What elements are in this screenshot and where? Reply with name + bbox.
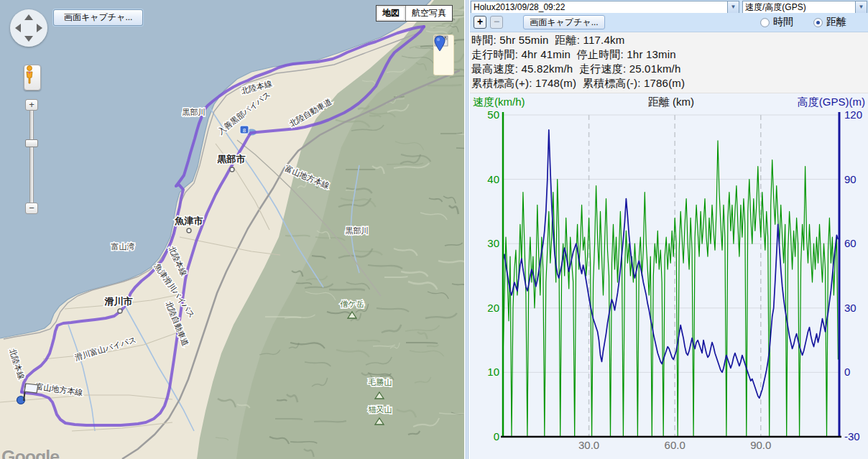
stat-total-time-distance: 時間: 5hr 55min 距離: 117.4km	[471, 33, 868, 47]
map-zoom-out-button[interactable]: −	[25, 203, 38, 214]
track-select[interactable]: Holux2013/09/28_09:22 ▼	[471, 1, 739, 14]
speed-axis-title: 速度(km/h)	[473, 96, 525, 108]
x-axis-distance-radio[interactable]: 距離	[813, 16, 846, 29]
gps-track-viewer-window: 8黒部川北陸本線入善黒部バイパス北陸自動車道黒部市富山地方本線黒部川富山湾魚津市…	[0, 0, 868, 459]
pan-down-icon[interactable]	[24, 36, 33, 42]
graph-mode-select-value: 速度/高度(GPS)	[743, 1, 855, 13]
map-pin-icon[interactable]	[434, 35, 445, 52]
terrain-ridge	[285, 236, 310, 236]
terrain-ridge	[275, 419, 303, 419]
stat-cumulative-elevation: 累積標高(+): 1748(m) 累積標高(-): 1786(m)	[471, 76, 868, 91]
track-start-flag-icon	[24, 384, 38, 393]
dropdown-arrow-icon[interactable]: ▼	[855, 1, 867, 13]
map-pan-control[interactable]	[10, 9, 47, 47]
map-label-water: 黒部川	[346, 226, 369, 235]
terrain-ridge	[265, 317, 301, 317]
city-dot	[230, 167, 234, 172]
map-label-city: 魚津市	[175, 215, 203, 226]
altitude-axis-tick-label: 60	[844, 237, 857, 249]
altitude-axis-tick-label: -30	[844, 430, 860, 442]
x-axis-title: 距離 (km)	[648, 96, 694, 108]
radio-icon	[760, 18, 770, 27]
x-axis-tick-label: 90.0	[750, 439, 771, 451]
speed-axis-tick-label: 40	[487, 173, 499, 185]
graph-toolbar: + − 画面キャプチャ... 時間 距離	[470, 13, 868, 32]
map-label-water: 富山湾	[111, 242, 135, 251]
stat-moving-stopped-time: 走行時間: 4hr 41min 停止時間: 1hr 13min	[471, 47, 868, 62]
pan-left-icon[interactable]	[15, 24, 21, 32]
city-dot	[118, 309, 122, 313]
altitude-axis-tick-label: 30	[844, 302, 857, 314]
track-select-value: Holux2013/09/28_09:22	[471, 1, 727, 13]
map-zoom-in-button[interactable]: +	[25, 99, 38, 111]
graph-zoom-in-button[interactable]: +	[474, 16, 486, 29]
terrain-ridge	[428, 85, 462, 85]
map-label-city: 黒部市	[217, 154, 246, 164]
dropdown-arrow-icon[interactable]: ▼	[727, 1, 739, 13]
stat-max-avg-speed: 最高速度: 45.82km/h 走行速度: 25.01km/h	[471, 62, 868, 76]
terrain-ridge	[314, 421, 346, 422]
panel-capture-button[interactable]: 画面キャプチャ...	[523, 15, 605, 29]
chart-canvas[interactable]: 30.060.090.001020304050-300306090120速度(k…	[470, 93, 868, 459]
terrain-ridge	[406, 343, 438, 343]
x-axis-tick-label: 60.0	[665, 439, 685, 451]
altitude-axis-title: 高度(GPS)(m)	[798, 96, 865, 108]
selector-row: Holux2013/09/28_09:22 ▼ 速度/高度(GPS) ▼	[470, 0, 868, 13]
map-pane[interactable]: 8黒部川北陸本線入善黒部バイパス北陸自動車道黒部市富山地方本線黒部川富山湾魚津市…	[0, 0, 464, 459]
x-axis-time-radio[interactable]: 時間	[760, 16, 793, 29]
altitude-axis-tick-label: 90	[844, 173, 857, 185]
speed-altitude-chart[interactable]: 30.060.090.001020304050-300306090120速度(k…	[470, 93, 868, 459]
pegman-control[interactable]	[24, 65, 41, 91]
speed-axis-tick-label: 50	[487, 108, 499, 121]
track-statistics: 時間: 5hr 55min 距離: 117.4km 走行時間: 4hr 41mi…	[470, 32, 868, 93]
x-axis-distance-label: 距離	[826, 16, 846, 29]
speed-axis-tick-label: 20	[487, 302, 499, 314]
map-type-satellite-button[interactable]: 航空写真	[405, 6, 452, 21]
map-label-water: 黒部川	[183, 108, 206, 116]
track-analysis-panel: Holux2013/09/28_09:22 ▼ 速度/高度(GPS) ▼ + −…	[470, 0, 868, 459]
speed-axis-tick-label: 30	[487, 237, 499, 249]
altitude-axis-tick-label: 120	[844, 108, 862, 121]
map-zoom-control: + −	[25, 99, 38, 214]
google-logo: Google	[1, 447, 59, 459]
speed-axis-tick-label: 10	[487, 366, 499, 378]
pane-splitter[interactable]	[464, 0, 470, 459]
route-8-shield-text: 8	[243, 127, 246, 134]
map-overlay-panel	[433, 34, 454, 75]
x-axis-time-label: 時間	[773, 16, 793, 29]
altitude-axis-tick-label: 0	[844, 366, 850, 378]
graph-zoom-out-button[interactable]: −	[490, 16, 503, 29]
radio-icon	[813, 18, 823, 27]
graph-mode-select[interactable]: 速度/高度(GPS) ▼	[742, 1, 867, 14]
map-zoom-track[interactable]	[29, 111, 34, 203]
map-type-switcher: 地図 航空写真	[376, 5, 453, 22]
map-label-mountain: 毛勝山	[368, 378, 392, 386]
city-dot	[187, 228, 191, 233]
map-label-city: 滑川市	[104, 296, 133, 307]
pegman-icon	[24, 65, 34, 84]
map-canvas[interactable]: 8黒部川北陸本線入善黒部バイパス北陸自動車道黒部市富山地方本線黒部川富山湾魚津市…	[0, 0, 464, 459]
terrain-ridge	[277, 400, 287, 401]
map-label-mountain: 猫又山	[369, 405, 392, 414]
speed-axis-tick-label: 0	[494, 430, 499, 442]
map-label-mountain: 僧ケ岳	[340, 300, 364, 308]
pan-right-icon[interactable]	[37, 24, 42, 32]
map-capture-button[interactable]: 画面キャプチャ...	[53, 9, 143, 26]
x-axis-tick-label: 30.0	[578, 439, 599, 451]
terrain-ridge	[329, 289, 365, 290]
map-type-map-button[interactable]: 地図	[377, 6, 405, 21]
pan-up-icon[interactable]	[24, 14, 33, 20]
terrain-ridge	[384, 277, 407, 277]
map-zoom-slider-handle[interactable]	[25, 139, 38, 147]
